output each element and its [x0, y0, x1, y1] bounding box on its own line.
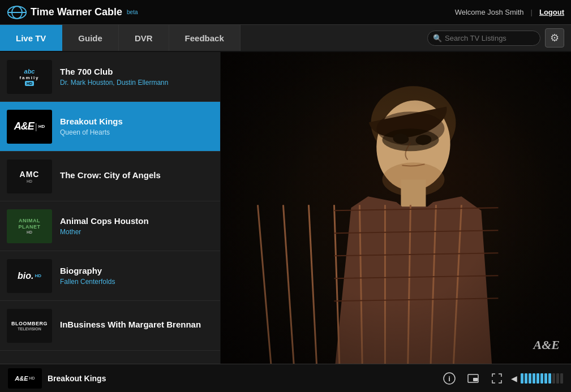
channel-info-bloomberg: InBusiness With Margaret Brennan	[60, 320, 213, 331]
top-bar: Time Warner Cable beta Welcome Josh Smit…	[0, 0, 571, 25]
search-wrapper: 🔍	[427, 31, 540, 46]
ae-watermark: A&E	[534, 338, 560, 352]
twc-logo-icon	[7, 5, 27, 20]
welcome-text: Welcome Josh Smith	[455, 8, 524, 16]
tab-guide[interactable]: Guide	[62, 25, 119, 51]
show-subtitle: Queen of Hearts	[60, 128, 213, 136]
channel-info-abc-family: The 700 Club Dr. Mark Houston, Dustin El…	[60, 67, 213, 87]
bottom-channel-logo: A&E HD	[8, 368, 42, 389]
channel-row-abc-family[interactable]: abc family HD The 700 Club Dr. Mark Hous…	[0, 52, 220, 102]
search-input[interactable]	[427, 31, 540, 46]
channel-logo-bio: bio. HD	[7, 259, 52, 293]
bottom-controls: i ◀	[440, 369, 563, 388]
tab-feedback[interactable]: Feedback	[169, 25, 241, 51]
show-title: InBusiness With Margaret Brennan	[60, 320, 213, 329]
channel-info-ae: Breakout Kings Queen of Hearts	[60, 117, 213, 136]
channel-list-scroll[interactable]: abc family HD The 700 Club Dr. Mark Hous…	[0, 52, 220, 364]
info-icon: i	[443, 372, 456, 385]
video-canvas	[221, 52, 571, 364]
svg-rect-6	[473, 378, 478, 381]
tab-dvr[interactable]: DVR	[119, 25, 169, 51]
volume-bar[interactable]: ◀	[511, 373, 563, 384]
channel-row-bio-hd[interactable]: bio. HD Biography Fallen Centerfolds	[0, 251, 220, 301]
bottom-bar: A&E HD Breakout Kings i ◀	[0, 364, 571, 392]
channel-row-animal-planet-hd[interactable]: Animal Planet HD Animal Cops Houston Mot…	[0, 201, 220, 251]
settings-button[interactable]: ⚙	[545, 28, 564, 48]
channel-logo-abc-family: abc family HD	[7, 60, 52, 94]
logout-button[interactable]: Logout	[539, 8, 564, 16]
volume-icon: ◀	[511, 374, 517, 383]
tab-live-tv[interactable]: Live TV	[0, 25, 62, 51]
show-title: Breakout Kings	[60, 117, 213, 126]
info-button[interactable]: i	[440, 369, 459, 388]
show-title: Animal Cops Houston	[60, 216, 213, 226]
channel-row-ae-hd[interactable]: A&E | HD Breakout Kings Queen of Hearts	[0, 102, 220, 152]
pip-button[interactable]	[463, 369, 483, 388]
channel-list: abc family HD The 700 Club Dr. Mark Hous…	[0, 52, 221, 364]
show-title: Biography	[60, 266, 213, 275]
nav-bar: Live TV Guide DVR Feedback 🔍 ⚙	[0, 25, 571, 52]
channel-info-bio: Biography Fallen Centerfolds	[60, 266, 213, 286]
channel-info-animal-planet: Animal Cops Houston Mother	[60, 216, 213, 236]
video-placeholder: A&E	[221, 52, 571, 364]
channel-logo-animal-planet: Animal Planet HD	[7, 209, 52, 243]
show-title: The 700 Club	[60, 67, 213, 76]
channel-row-amc-hd[interactable]: AMC HD The Crow: City of Angels	[0, 152, 220, 201]
show-subtitle: Mother	[60, 228, 213, 236]
user-area: Welcome Josh Smith | Logout	[455, 8, 564, 16]
video-area: A&E	[221, 52, 571, 364]
pip-icon	[467, 372, 479, 385]
beta-badge: beta	[127, 9, 138, 15]
channel-logo-amc: AMC HD	[7, 160, 52, 193]
show-subtitle: Fallen Centerfolds	[60, 278, 213, 286]
channel-row-bloomberg[interactable]: Bloomberg Television InBusiness With Mar…	[0, 301, 220, 351]
show-title: The Crow: City of Angels	[60, 170, 213, 180]
search-icon: 🔍	[433, 34, 442, 42]
logo-area: Time Warner Cable beta	[7, 5, 138, 20]
channel-info-amc: The Crow: City of Angels	[60, 170, 213, 182]
bottom-show-title: Breakout Kings	[48, 374, 434, 383]
fullscreen-icon	[491, 372, 503, 385]
search-area: 🔍 ⚙	[241, 25, 571, 51]
logo-text: Time Warner Cable	[31, 6, 122, 18]
main-content: abc family HD The 700 Club Dr. Mark Hous…	[0, 52, 571, 364]
fullscreen-button[interactable]	[487, 369, 506, 388]
show-subtitle: Dr. Mark Houston, Dustin Ellermann	[60, 79, 213, 87]
channel-logo-ae: A&E | HD	[7, 110, 52, 144]
svg-text:i: i	[448, 374, 450, 383]
channel-logo-bloomberg: Bloomberg Television	[7, 309, 52, 343]
